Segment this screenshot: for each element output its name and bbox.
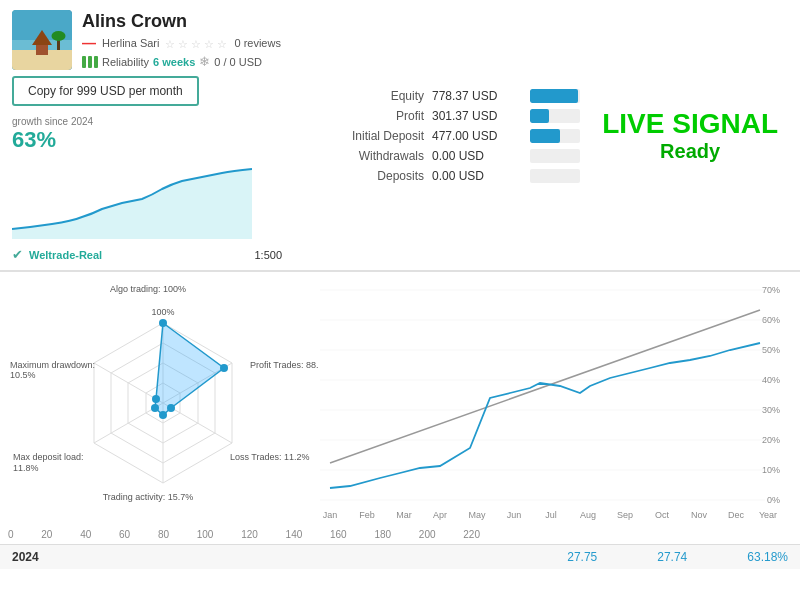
author-name: Herlina Sari <box>102 37 159 49</box>
metric-label-withdrawals: Withdrawals <box>304 149 424 163</box>
rel-bar-1 <box>82 56 86 68</box>
live-signal-section: LIVE SIGNAL Ready <box>592 10 788 262</box>
stat-val-3: 63.18% <box>747 550 788 564</box>
profile-info: Alins Crown — Herlina Sari ☆ ☆ ☆ ☆ ☆ 0 r… <box>82 11 281 69</box>
star-5: ☆ <box>217 38 228 49</box>
star-3: ☆ <box>191 38 202 49</box>
metric-bar-equity <box>530 89 578 103</box>
reliability-label: Reliability <box>102 56 149 68</box>
metric-row-equity: Equity 778.37 USD <box>304 89 580 103</box>
ready-text: Ready <box>660 140 720 163</box>
metric-bar-container-withdrawals <box>530 149 580 163</box>
metric-row-withdrawals: Withdrawals 0.00 USD <box>304 149 580 163</box>
live-signal-text: LIVE SIGNAL <box>602 109 778 140</box>
check-icon: ✔ <box>12 247 23 262</box>
svg-rect-4 <box>36 45 48 55</box>
svg-point-21 <box>159 411 167 419</box>
profile-left: Alins Crown — Herlina Sari ☆ ☆ ☆ ☆ ☆ 0 r… <box>12 10 282 262</box>
metric-label-deposit: Initial Deposit <box>304 129 424 143</box>
metric-label-equity: Equity <box>304 89 424 103</box>
stat-val-2: 27.74 <box>657 550 687 564</box>
x-label-0: 0 <box>8 529 14 540</box>
weeks-label: 6 weeks <box>153 56 195 68</box>
x-axis-numbers: 0 20 40 60 80 100 120 140 160 180 200 22… <box>0 527 800 540</box>
svg-text:Max deposit load:: Max deposit load: <box>13 452 84 462</box>
x-label-100: 100 <box>197 529 214 540</box>
bottom-charts: 100% Algo trading: 100% Profit Trades: 8… <box>0 272 800 527</box>
bottom-stats-row: 2024 27.75 27.74 63.18% <box>0 544 800 569</box>
svg-point-6 <box>52 31 66 41</box>
x-label-140: 140 <box>286 529 303 540</box>
svg-text:Maximum drawdown:: Maximum drawdown: <box>10 360 95 370</box>
svg-text:Oct: Oct <box>655 510 670 520</box>
reliability-bars <box>82 56 98 68</box>
growth-value: 63% <box>12 127 282 153</box>
metric-bar-container-deposit <box>530 129 580 143</box>
metric-label-profit: Profit <box>304 109 424 123</box>
metric-bar-profit <box>530 109 549 123</box>
mini-chart <box>12 159 252 239</box>
x-label-160: 160 <box>330 529 347 540</box>
svg-text:Sep: Sep <box>617 510 633 520</box>
metric-value-deposits: 0.00 USD <box>432 169 522 183</box>
red-dash-icon: — <box>82 35 96 51</box>
right-chart-section: 70% 60% 50% 40% 30% 20% 10% 0% <box>318 278 792 527</box>
star-1: ☆ <box>165 38 176 49</box>
svg-text:Jan: Jan <box>323 510 338 520</box>
svg-text:11.8%: 11.8% <box>13 463 39 473</box>
radar-section: 100% Algo trading: 100% Profit Trades: 8… <box>8 278 318 527</box>
x-label-200: 200 <box>419 529 436 540</box>
profile-meta: — Herlina Sari ☆ ☆ ☆ ☆ ☆ 0 reviews <box>82 35 281 51</box>
svg-text:Jul: Jul <box>545 510 557 520</box>
rel-bar-3 <box>94 56 98 68</box>
svg-text:Aug: Aug <box>580 510 596 520</box>
stat-val-1: 27.75 <box>567 550 597 564</box>
reliability-section: Reliability 6 weeks ❄ 0 / 0 USD <box>82 54 281 69</box>
metric-value-deposit: 477.00 USD <box>432 129 522 143</box>
svg-text:10.5%: 10.5% <box>10 370 36 380</box>
broker-name: Weltrade-Real <box>29 249 102 261</box>
svg-text:Mar: Mar <box>396 510 412 520</box>
svg-text:Loss Trades: 11.2%: Loss Trades: 11.2% <box>230 452 310 462</box>
x-label-60: 60 <box>119 529 130 540</box>
svg-point-22 <box>151 404 159 412</box>
x-label-180: 180 <box>374 529 391 540</box>
metric-row-profit: Profit 301.37 USD <box>304 109 580 123</box>
metric-label-deposits: Deposits <box>304 169 424 183</box>
reviews-count: 0 reviews <box>234 37 280 49</box>
star-4: ☆ <box>204 38 215 49</box>
metric-value-withdrawals: 0.00 USD <box>432 149 522 163</box>
x-label-40: 40 <box>80 529 91 540</box>
cost-info: 0 / 0 USD <box>214 56 262 68</box>
x-label-220: 220 <box>463 529 480 540</box>
leverage: 1:500 <box>254 249 282 261</box>
profile-header: Alins Crown — Herlina Sari ☆ ☆ ☆ ☆ ☆ 0 r… <box>12 10 282 70</box>
rel-bar-2 <box>88 56 92 68</box>
metric-value-equity: 778.37 USD <box>432 89 522 103</box>
svg-text:100%: 100% <box>151 307 174 317</box>
svg-text:Nov: Nov <box>691 510 708 520</box>
metrics-section: Equity 778.37 USD Profit 301.37 USD Init… <box>294 10 580 262</box>
star-2: ☆ <box>178 38 189 49</box>
x-label-120: 120 <box>241 529 258 540</box>
profile-name: Alins Crown <box>82 11 281 32</box>
svg-text:Trading activity: 15.7%: Trading activity: 15.7% <box>103 492 194 502</box>
svg-text:Jun: Jun <box>507 510 522 520</box>
year-label: 2024 <box>12 550 39 564</box>
svg-text:Year: Year <box>759 510 777 520</box>
metric-row-deposits: Deposits 0.00 USD <box>304 169 580 183</box>
metric-bar-deposit <box>530 129 560 143</box>
snowflake-icon: ❄ <box>199 54 210 69</box>
top-section: Alins Crown — Herlina Sari ☆ ☆ ☆ ☆ ☆ 0 r… <box>0 0 800 271</box>
metric-row-deposit: Initial Deposit 477.00 USD <box>304 129 580 143</box>
growth-label: growth since 2024 <box>12 116 282 127</box>
svg-text:May: May <box>468 510 486 520</box>
copy-button[interactable]: Copy for 999 USD per month <box>12 76 199 106</box>
svg-text:Apr: Apr <box>433 510 447 520</box>
svg-point-20 <box>167 404 175 412</box>
svg-text:Algo trading: 100%: Algo trading: 100% <box>110 284 186 294</box>
svg-marker-17 <box>155 323 224 415</box>
metric-value-profit: 301.37 USD <box>432 109 522 123</box>
avatar <box>12 10 72 70</box>
svg-text:Feb: Feb <box>359 510 375 520</box>
